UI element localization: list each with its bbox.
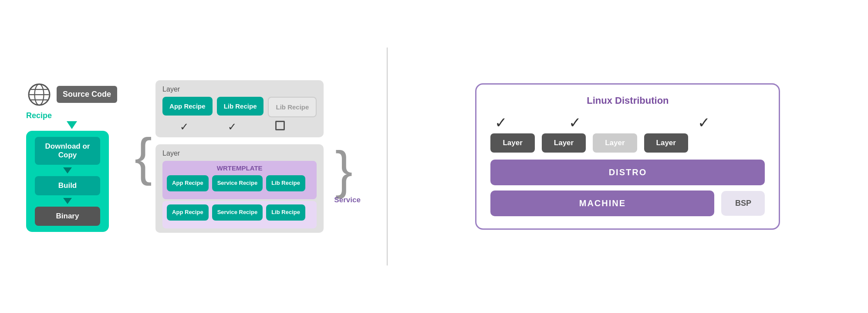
- wr-row-2: App Recipe Service Recipe Lib Recipe: [167, 204, 312, 221]
- lib-recipe-2-wrapper: Lib Recipe: [268, 97, 317, 118]
- layer-light-3: Layer: [593, 133, 637, 153]
- check-1: ✓: [162, 121, 206, 133]
- bracket-right: }: [335, 143, 353, 196]
- flow-arrow-2: [63, 198, 72, 204]
- vertical-separator: [387, 48, 388, 265]
- check-2: ✓: [210, 121, 254, 133]
- globe-icon: [26, 82, 52, 108]
- layer2-group: Layer WRTEMPLATE App Recipe Service Reci…: [155, 144, 324, 233]
- recipe-label: Recipe: [26, 111, 52, 120]
- recipe-arrow: [67, 121, 77, 129]
- layer1-group: Layer App Recipe Lib Recipe Lib Recipe ✓…: [155, 80, 324, 138]
- machine-row: MACHINE BSP: [490, 191, 765, 216]
- checkbox-empty: [275, 121, 285, 130]
- big-check-2: ✓: [569, 115, 581, 130]
- lib-recipe-box-3: Lib Recipe: [266, 175, 305, 191]
- big-check-1: ✓: [495, 115, 507, 130]
- binary-box: Binary: [35, 207, 100, 226]
- layer2-label: Layer: [162, 150, 317, 157]
- right-section: Linux Distribution ✓ ✓ ✓ Layer Layer: [414, 83, 842, 230]
- check-row: ✓ ✓ ✓: [490, 115, 765, 130]
- left-section: Source Code Recipe Download or Copy Buil…: [26, 82, 117, 232]
- bracket-left: {: [135, 130, 152, 183]
- layer-dark-1: Layer: [490, 133, 534, 153]
- layer-check-1: ✓: [495, 115, 507, 130]
- lib-recipe-box-2: Lib Recipe: [268, 97, 317, 118]
- linux-dist-box: Linux Distribution ✓ ✓ ✓ Layer Layer: [475, 83, 780, 230]
- layer-check-2: ✓: [569, 115, 581, 130]
- linux-title: Linux Distribution: [490, 95, 765, 106]
- lib-recipe-box-1: Lib Recipe: [217, 97, 264, 116]
- source-code-box: Source Code: [57, 86, 117, 103]
- service-recipe-box-2: Service Recipe: [212, 204, 263, 221]
- recipe-flow: Download or Copy Build Binary: [26, 131, 109, 232]
- bsp-box: BSP: [721, 191, 765, 216]
- app-recipe-1: App Recipe: [162, 97, 213, 116]
- layer-dark-2: Layer: [542, 133, 586, 153]
- wrtemplate-box: WRTEMPLATE App Recipe Service Recipe Lib…: [162, 161, 317, 199]
- layer1-recipes: App Recipe Lib Recipe Lib Recipe: [162, 97, 317, 118]
- download-copy-box: Download or Copy: [35, 137, 100, 165]
- lib-recipe-1-wrapper: Lib Recipe: [217, 97, 264, 116]
- layers-container: Layer App Recipe Lib Recipe Lib Recipe ✓…: [155, 80, 324, 233]
- layer-dark-4: Layer: [644, 133, 688, 153]
- main-container: Source Code Recipe Download or Copy Buil…: [0, 0, 868, 313]
- lib-recipe-box-4: Lib Recipe: [266, 204, 305, 221]
- checkmark-row-1: ✓ ✓: [162, 121, 317, 133]
- flow-arrow-1: [63, 167, 72, 174]
- build-box: Build: [35, 176, 100, 195]
- big-check-3: ✓: [698, 115, 710, 130]
- machine-bar: MACHINE: [490, 191, 714, 216]
- wrtemplate-label: WRTEMPLATE: [167, 164, 312, 172]
- wr-row-1: App Recipe Service Recipe Lib Recipe: [167, 175, 312, 191]
- source-code-area: Source Code: [26, 82, 117, 108]
- layer1-label: Layer: [162, 85, 317, 93]
- middle-section: { Layer App Recipe Lib Recipe Lib Recipe: [135, 80, 361, 233]
- service-recipe-box-1: Service Recipe: [212, 175, 263, 191]
- layer-check-3: ✓: [698, 115, 710, 130]
- app-recipe-box-3: App Recipe: [167, 204, 209, 221]
- layers-row: Layer Layer Layer Layer: [490, 133, 765, 153]
- app-recipe-box-1: App Recipe: [162, 97, 213, 116]
- service-label: Service: [334, 196, 361, 204]
- app-recipe-box-2: App Recipe: [167, 175, 209, 191]
- check-3: [258, 121, 302, 133]
- distro-bar: DISTRO: [490, 160, 765, 185]
